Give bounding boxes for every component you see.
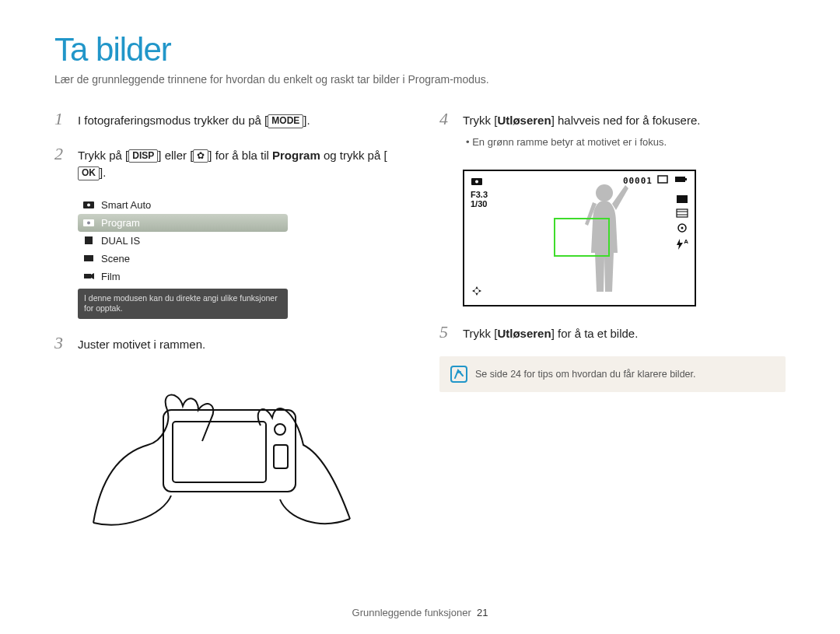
- film-icon: [82, 271, 95, 282]
- card-icon: [657, 175, 668, 185]
- mode-button-label: MODE: [268, 114, 303, 128]
- counter-label: 00001: [623, 176, 653, 186]
- step-3: 3 Juster motivet i rammen.: [54, 333, 401, 354]
- svg-rect-17: [685, 178, 687, 180]
- svg-rect-9: [173, 422, 266, 482]
- dual-is-icon: [82, 235, 95, 246]
- program-bold: Program: [272, 149, 320, 162]
- mode-label: Smart Auto: [101, 199, 151, 211]
- svg-point-10: [275, 424, 285, 435]
- step-number: 5: [439, 322, 453, 343]
- right-column: 4 Trykk [Utløseren] halvveis ned for å f…: [439, 109, 786, 546]
- svg-rect-4: [85, 236, 93, 244]
- svg-rect-18: [677, 195, 688, 203]
- svg-point-12: [596, 184, 613, 201]
- step5-post: ] for å ta et bilde.: [551, 327, 639, 340]
- ok-button-label: OK: [78, 166, 100, 180]
- step2-mid2: ] for å bla til: [208, 149, 272, 162]
- step2-mid: ] eller [: [158, 149, 193, 162]
- step-text: Juster motivet i rammen.: [78, 333, 205, 354]
- step-number: 2: [54, 144, 68, 182]
- step-text: Trykk på [DISP] eller [✿] for å bla til …: [78, 144, 401, 182]
- step2-pre: Trykk på [: [78, 149, 128, 162]
- mode-label: Film: [101, 271, 121, 282]
- battery-icon: [674, 175, 688, 185]
- svg-point-14: [475, 180, 478, 183]
- quality-icon: [676, 208, 688, 219]
- step-text: I fotograferingsmodus trykker du på [MOD…: [78, 109, 310, 130]
- scene-icon: [82, 253, 95, 264]
- step1-pre: I fotograferingsmodus trykker du på [: [78, 114, 268, 127]
- svg-rect-16: [675, 177, 685, 182]
- step-4: 4 Trykk [Utløseren] halvveis ned for å f…: [439, 109, 786, 130]
- step-1: 1 I fotograferingsmodus trykker du på [M…: [54, 109, 401, 130]
- shutter-bold: Utløseren: [497, 114, 551, 127]
- mode-item-scene: Scene: [78, 250, 288, 268]
- info-icon: [450, 366, 467, 383]
- page-footer: Grunnleggende funksjoner 21: [0, 607, 840, 618]
- mode-label: Program: [101, 217, 140, 229]
- step4-pre: Trykk [: [463, 114, 497, 127]
- smart-auto-icon: [82, 199, 95, 210]
- mode-item-smart-auto: Smart Auto: [78, 196, 288, 214]
- svg-rect-5: [84, 255, 93, 261]
- step-text: Trykk [Utløseren] for å ta et bilde.: [463, 322, 638, 343]
- svg-point-23: [681, 226, 684, 229]
- svg-rect-6: [84, 274, 91, 278]
- program-icon: [82, 217, 95, 228]
- svg-rect-15: [658, 176, 667, 183]
- mode-label: Scene: [101, 253, 130, 264]
- tip-box: Se side 24 for tips om hvordan du får kl…: [439, 356, 786, 392]
- mode-item-dual-is: DUAL IS: [78, 232, 288, 250]
- svg-point-3: [87, 222, 90, 225]
- flash-auto-icon: A: [676, 238, 688, 250]
- mode-item-film: Film: [78, 268, 288, 285]
- svg-point-1: [87, 204, 90, 207]
- step-2: 2 Trykk på [DISP] eller [✿] for å bla ti…: [54, 144, 401, 182]
- step-4-sub: • En grønn ramme betyr at motivet er i f…: [439, 136, 786, 156]
- stabilizer-icon: [471, 285, 483, 299]
- disp-button-label: DISP: [128, 149, 158, 163]
- page-subtitle: Lær de grunnleggende trinnene for hvorda…: [54, 73, 786, 86]
- step4-bullet: • En grønn ramme betyr at motivet er i f…: [466, 136, 667, 148]
- step4-post: ] halvveis ned for å fokusere.: [551, 114, 701, 127]
- step-text: Trykk [Utløseren] halvveis ned for å fok…: [463, 109, 700, 130]
- step-number: 3: [54, 333, 68, 354]
- footer-label: Grunnleggende funksjoner: [352, 607, 471, 618]
- content-columns: 1 I fotograferingsmodus trykker du på [M…: [54, 109, 786, 546]
- step2-post: og trykk på [: [320, 149, 387, 162]
- mode-label: DUAL IS: [101, 235, 140, 247]
- step2-end: ].: [100, 166, 106, 179]
- spacer: [439, 136, 453, 156]
- left-column: 1 I fotograferingsmodus trykker du på [M…: [54, 109, 401, 546]
- mode-description: I denne modusen kan du direkte angi ulik…: [78, 289, 288, 319]
- step-number: 1: [54, 109, 68, 130]
- size-icon: [676, 194, 688, 205]
- shutter-label: 1/30: [471, 199, 487, 208]
- svg-marker-24: [677, 239, 683, 250]
- camera-screen-mockup: F3.3 1/30 00001 A: [463, 170, 696, 306]
- step5-pre: Trykk [: [463, 327, 497, 340]
- mode-item-program: Program: [78, 214, 288, 232]
- page-title: Ta bilder: [54, 31, 786, 68]
- step-number: 4: [439, 109, 453, 130]
- aperture-label: F3.3: [471, 190, 488, 199]
- camera-mode-icon: [471, 176, 483, 187]
- camera-hold-illustration: [78, 367, 358, 546]
- mode-menu: Smart Auto Program DUAL IS Scene: [78, 196, 288, 319]
- step1-post: ].: [303, 114, 310, 127]
- focus-frame: [554, 218, 610, 257]
- shutter-bold: Utløseren: [497, 327, 551, 340]
- footer-page-number: 21: [477, 607, 488, 618]
- svg-marker-7: [91, 273, 94, 279]
- step-5: 5 Trykk [Utløseren] for å ta et bilde.: [439, 322, 786, 343]
- svg-rect-11: [274, 445, 288, 468]
- macro-icon: ✿: [193, 149, 208, 163]
- metering-icon: [676, 222, 688, 235]
- tip-text: Se side 24 for tips om hvordan du får kl…: [475, 369, 695, 380]
- svg-rect-19: [677, 209, 688, 217]
